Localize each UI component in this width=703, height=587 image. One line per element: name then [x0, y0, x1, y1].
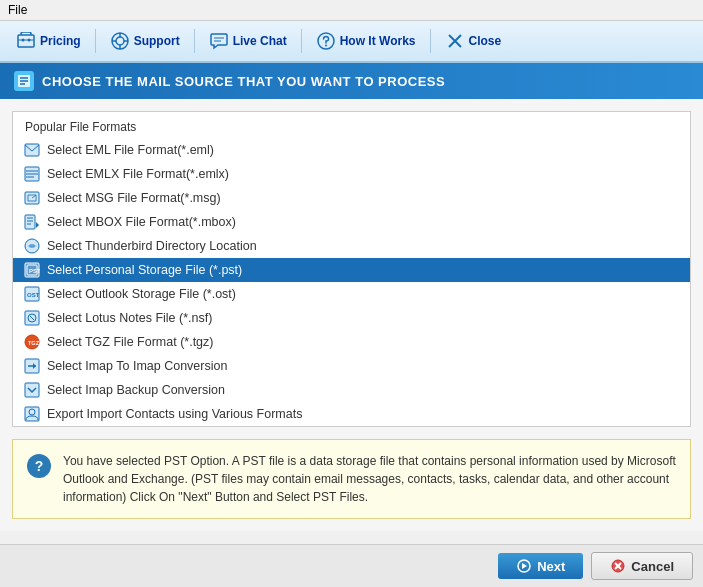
file-icon-contacts: [23, 406, 41, 422]
support-button[interactable]: Support: [102, 28, 188, 54]
svg-rect-47: [25, 383, 39, 397]
file-item-label: Select TGZ File Format (*.tgz): [47, 335, 213, 349]
file-item-6[interactable]: OSTSelect Outlook Storage File (*.ost): [13, 282, 690, 306]
livechat-label: Live Chat: [233, 34, 287, 48]
file-list-panel: Popular File Formats Select EML File For…: [12, 111, 691, 427]
file-item-7[interactable]: Select Lotus Notes File (*.nsf): [13, 306, 690, 330]
svg-point-13: [325, 45, 327, 47]
header-banner: CHOOSE THE MAIL SOURCE THAT YOU WANT TO …: [0, 63, 703, 99]
cancel-button[interactable]: Cancel: [591, 552, 693, 580]
file-items-container: Select EML File Format(*.eml)Select EMLX…: [13, 138, 690, 426]
file-icon-eml: [23, 142, 41, 158]
file-icon-msg: [23, 190, 41, 206]
svg-text:TGZ: TGZ: [28, 340, 40, 346]
svg-point-2: [22, 39, 25, 42]
close-label: Close: [469, 34, 502, 48]
file-item-label: Export Import Contacts using Various For…: [47, 407, 302, 421]
info-box: ? You have selected PST Option. A PST fi…: [12, 439, 691, 519]
separator-1: [95, 29, 96, 53]
file-icon-imap: [23, 358, 41, 374]
file-icon-imap2: [23, 382, 41, 398]
next-label: Next: [537, 559, 565, 574]
close-icon: [445, 31, 465, 51]
file-item-label: Select EML File Format(*.eml): [47, 143, 214, 157]
next-button[interactable]: Next: [498, 553, 583, 579]
file-item-2[interactable]: Select MSG File Format(*.msg): [13, 186, 690, 210]
file-icon-emlx: [23, 166, 41, 182]
separator-4: [430, 29, 431, 53]
banner-icon: [14, 71, 34, 91]
chat-icon: [209, 31, 229, 51]
separator-2: [194, 29, 195, 53]
file-item-11[interactable]: Export Import Contacts using Various For…: [13, 402, 690, 426]
close-button[interactable]: Close: [437, 28, 510, 54]
question-icon: [316, 31, 336, 51]
file-item-label: Select Personal Storage File (*.pst): [47, 263, 242, 277]
file-item-label: Select Lotus Notes File (*.nsf): [47, 311, 212, 325]
svg-rect-20: [25, 144, 39, 156]
file-item-0[interactable]: Select EML File Format(*.eml): [13, 138, 690, 162]
popular-formats-label: Popular File Formats: [13, 112, 690, 138]
howitworks-label: How It Works: [340, 34, 416, 48]
cancel-label: Cancel: [631, 559, 674, 574]
file-item-label: Select Outlook Storage File (*.ost): [47, 287, 236, 301]
svg-rect-28: [25, 215, 35, 229]
file-icon-ost: OST: [23, 286, 41, 302]
info-text: You have selected PST Option. A PST file…: [63, 452, 676, 506]
file-item-label: Select EMLX File Format(*.emlx): [47, 167, 229, 181]
next-icon: [516, 558, 532, 574]
cart-icon: [16, 31, 36, 51]
file-item-9[interactable]: Select Imap To Imap Conversion: [13, 354, 690, 378]
footer: Next Cancel: [0, 544, 703, 587]
file-item-label: Select MBOX File Format(*.mbox): [47, 215, 236, 229]
svg-marker-32: [36, 222, 39, 228]
info-icon: ?: [27, 454, 51, 478]
file-icon-tgz: TGZ: [23, 334, 41, 350]
file-menu[interactable]: File: [8, 3, 27, 17]
toolbar: Pricing Support Live Chat: [0, 21, 703, 63]
pricing-label: Pricing: [40, 34, 81, 48]
svg-point-5: [116, 37, 124, 45]
file-item-label: Select Thunderbird Directory Location: [47, 239, 257, 253]
file-item-4[interactable]: Select Thunderbird Directory Location: [13, 234, 690, 258]
file-item-3[interactable]: Select MBOX File Format(*.mbox): [13, 210, 690, 234]
livechat-button[interactable]: Live Chat: [201, 28, 295, 54]
file-icon-thunderbird: [23, 238, 41, 254]
file-item-10[interactable]: Select Imap Backup Conversion: [13, 378, 690, 402]
svg-point-3: [28, 39, 31, 42]
file-item-8[interactable]: TGZSelect TGZ File Format (*.tgz): [13, 330, 690, 354]
main-content: Popular File Formats Select EML File For…: [0, 99, 703, 531]
svg-marker-51: [522, 563, 527, 569]
file-item-label: Select Imap To Imap Conversion: [47, 359, 227, 373]
file-item-5[interactable]: PSTSelect Personal Storage File (*.pst): [13, 258, 690, 282]
file-item-label: Select Imap Backup Conversion: [47, 383, 225, 397]
svg-text:OST: OST: [27, 292, 40, 298]
howitworks-button[interactable]: How It Works: [308, 28, 424, 54]
support-icon: [110, 31, 130, 51]
header-title: CHOOSE THE MAIL SOURCE THAT YOU WANT TO …: [42, 74, 445, 89]
menu-bar: File: [0, 0, 703, 21]
svg-rect-0: [18, 35, 34, 47]
svg-text:PST: PST: [29, 268, 40, 274]
support-label: Support: [134, 34, 180, 48]
file-icon-pst: PST: [23, 262, 41, 278]
file-item-1[interactable]: Select EMLX File Format(*.emlx): [13, 162, 690, 186]
file-item-label: Select MSG File Format(*.msg): [47, 191, 221, 205]
separator-3: [301, 29, 302, 53]
cancel-icon: [610, 558, 626, 574]
file-icon-nsf: [23, 310, 41, 326]
pricing-button[interactable]: Pricing: [8, 28, 89, 54]
file-icon-mbox: [23, 214, 41, 230]
